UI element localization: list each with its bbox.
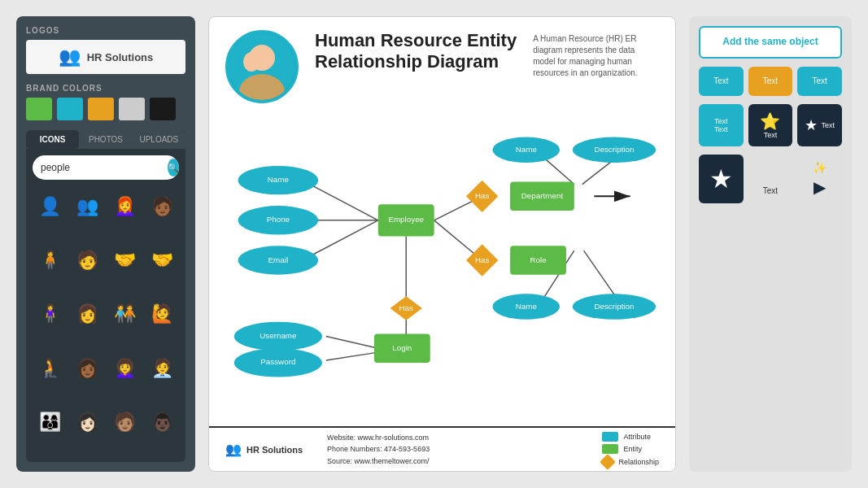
diagram-photo — [225, 30, 299, 103]
list-item[interactable]: 🧑‍🤝‍🧑 — [107, 298, 142, 329]
svg-text:Username: Username — [260, 331, 297, 340]
legend-attribute-color — [602, 432, 618, 442]
objects-row-1: Text Text Text — [699, 67, 842, 96]
object-item-text-1[interactable]: Text — [699, 67, 744, 96]
list-item[interactable]: 👩🏻 — [70, 407, 104, 438]
swatch-orange[interactable] — [88, 98, 114, 120]
tab-uploads[interactable]: UPLOADS — [133, 130, 185, 149]
svg-text:Description: Description — [594, 145, 634, 154]
svg-text:Name: Name — [516, 302, 538, 311]
list-item[interactable]: 🧑 — [70, 245, 104, 276]
list-item[interactable]: 🤝 — [145, 245, 179, 276]
object-item-star-1[interactable]: ⭐ Text — [748, 104, 793, 146]
list-item[interactable]: 👩‍🦱 — [107, 353, 142, 384]
er-diagram-area: Employee Name Phone Email Has Department — [222, 98, 662, 422]
center-footer: 👥 HR Solutions Website: www.hr-solutions… — [209, 426, 675, 471]
right-panel: Add the same object Text Text Text TextT… — [689, 16, 852, 472]
diagram-header: Human Resource Entity Relationship Diagr… — [209, 17, 675, 110]
object-item-stack[interactable]: TextText — [699, 104, 744, 146]
legend: Attribute Entity Relationship — [602, 432, 659, 468]
icons-panel: ICONS PHOTOS UPLOADS 🔍 👤 👥 👩‍🦰 🧑🏾 🧍 🧑 🤝 … — [26, 130, 185, 462]
list-item[interactable]: 🧑🏽 — [107, 407, 142, 438]
object-item-star-text[interactable]: ★ Text — [797, 104, 842, 146]
list-item[interactable]: 🙋 — [145, 298, 179, 329]
swatch-green[interactable] — [26, 98, 52, 120]
diagram-description: A Human Resource (HR) ER diagram represe… — [533, 33, 647, 79]
object-item-star-large[interactable]: ★ — [699, 155, 744, 203]
search-input[interactable] — [41, 162, 163, 173]
svg-text:Name: Name — [268, 175, 290, 184]
svg-text:Name: Name — [516, 145, 538, 154]
legend-relationship-color — [600, 454, 617, 470]
add-object-button[interactable]: Add the same object — [699, 26, 842, 59]
swatch-black[interactable] — [150, 98, 176, 120]
footer-phone: Phone Numbers: 474-593-5693 — [327, 443, 430, 455]
svg-text:Department: Department — [521, 191, 564, 200]
brand-colors-section: BRAND COLORS — [26, 84, 185, 120]
objects-row-3: ★ Text ✨ ▶ — [699, 155, 842, 203]
search-button[interactable]: 🔍 — [168, 159, 179, 176]
svg-text:Description: Description — [594, 302, 634, 311]
footer-website: Website: www.hr-solutions.com — [327, 432, 430, 443]
left-panel: LOGOS 👥 HR Solutions BRAND COLORS ICONS … — [16, 16, 195, 472]
list-item[interactable]: 🤝 — [107, 245, 142, 276]
svg-text:Has: Has — [475, 191, 490, 200]
center-panel: Human Resource Entity Relationship Diagr… — [208, 16, 676, 472]
svg-text:Employee: Employee — [388, 215, 424, 224]
list-item[interactable]: 🧍‍♀️ — [33, 298, 67, 329]
list-item[interactable]: 🧍 — [33, 245, 67, 276]
hr-logo-icon: 👥 — [59, 46, 81, 68]
list-item[interactable]: 👩🏾 — [70, 353, 104, 384]
legend-entity-label: Entity — [623, 445, 642, 453]
list-item[interactable]: 👥 — [70, 191, 104, 222]
color-swatches — [26, 98, 185, 120]
diagram-title-block: Human Resource Entity Relationship Diagr… — [315, 30, 517, 73]
svg-line-19 — [326, 336, 378, 348]
logo-text: HR Solutions — [87, 51, 154, 63]
objects-row-2: TextText ⭐ Text ★ Text — [699, 104, 842, 146]
list-item[interactable]: 🧑🏾 — [145, 191, 179, 222]
footer-logo-text: HR Solutions — [246, 445, 303, 455]
list-item[interactable]: 👤 — [33, 191, 67, 222]
legend-entity-color — [602, 444, 618, 454]
svg-text:Login: Login — [392, 343, 412, 352]
footer-logo: 👥 HR Solutions — [225, 442, 303, 457]
diagram-title: Human Resource Entity Relationship Diagr… — [315, 30, 517, 73]
svg-text:Password: Password — [260, 357, 295, 366]
list-item[interactable]: 🧑‍💼 — [145, 353, 179, 384]
list-item[interactable]: 👩‍🦰 — [107, 191, 142, 222]
list-item[interactable]: 👩 — [70, 298, 104, 329]
brand-colors-label: BRAND COLORS — [26, 84, 185, 93]
search-bar: 🔍 — [33, 155, 179, 180]
footer-logo-icon: 👥 — [225, 442, 242, 457]
list-item[interactable]: 👨🏿 — [145, 407, 179, 438]
list-item[interactable]: 🧎 — [33, 353, 67, 384]
svg-line-16 — [584, 251, 618, 300]
svg-line-11 — [542, 156, 574, 184]
object-item-text-bottom[interactable]: Text — [748, 155, 793, 203]
icons-grid: 👤 👥 👩‍🦰 🧑🏾 🧍 🧑 🤝 🤝 🧍‍♀️ 👩 🧑‍🤝‍🧑 🙋 🧎 👩🏾 👩… — [26, 186, 185, 462]
svg-text:Phone: Phone — [267, 215, 290, 224]
svg-point-3 — [243, 52, 260, 72]
tab-photos[interactable]: PHOTOS — [79, 130, 132, 149]
swatch-gray[interactable] — [119, 98, 145, 120]
svg-text:Has: Has — [399, 303, 413, 312]
footer-source: Source: www.themeltower.com/ — [327, 455, 430, 467]
object-item-text-2[interactable]: Text — [748, 67, 793, 96]
legend-relationship-label: Relationship — [618, 458, 659, 466]
tab-icons[interactable]: ICONS — [26, 130, 79, 149]
logos-section: LOGOS 👥 HR Solutions — [26, 26, 185, 74]
svg-text:Has: Has — [475, 255, 490, 264]
logos-label: LOGOS — [26, 26, 185, 35]
swatch-teal[interactable] — [57, 98, 83, 120]
list-item[interactable]: 👨‍👩‍👦 — [33, 407, 67, 438]
legend-attribute-label: Attribute — [623, 433, 651, 441]
legend-entity: Entity — [602, 444, 659, 454]
object-item-cursor[interactable]: ✨ ▶ — [797, 155, 842, 203]
object-item-text-3[interactable]: Text — [797, 67, 842, 96]
logo-box: 👥 HR Solutions — [26, 40, 185, 74]
svg-text:Email: Email — [268, 255, 289, 264]
legend-relationship: Relationship — [602, 456, 659, 468]
icons-tabs: ICONS PHOTOS UPLOADS — [26, 130, 185, 149]
legend-attribute: Attribute — [602, 432, 659, 442]
